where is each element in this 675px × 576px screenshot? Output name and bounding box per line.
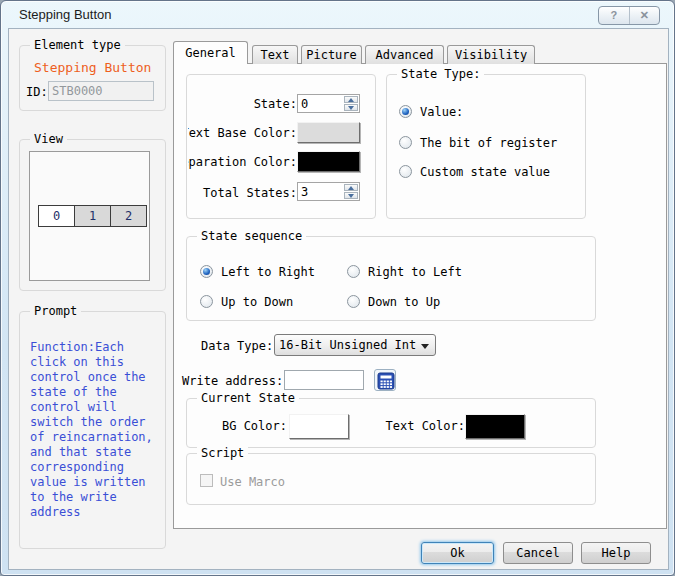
- radio-right-to-left[interactable]: [347, 265, 360, 278]
- script-group: Script Use Marco: [186, 453, 596, 505]
- tab-advanced[interactable]: Advanced: [365, 45, 444, 64]
- data-type-label: Data Type:: [201, 339, 273, 353]
- element-type-name: Stepping Button: [34, 60, 151, 75]
- prompt-text: Function:Each click on this control once…: [30, 340, 162, 520]
- text-base-color-swatch[interactable]: [297, 122, 360, 143]
- preview-cell-2: 2: [110, 205, 147, 227]
- tab-text[interactable]: Text: [252, 45, 298, 64]
- ok-button[interactable]: Ok: [421, 542, 494, 564]
- total-states-value: 3: [301, 185, 308, 199]
- tab-picture[interactable]: Picture: [301, 45, 362, 64]
- radio-bit-of-register[interactable]: [399, 136, 412, 149]
- state-type-group: State Type: Value: The bit of register C…: [386, 74, 586, 219]
- tab-visibility[interactable]: Visibility: [447, 45, 535, 64]
- write-address-input[interactable]: [284, 370, 364, 390]
- state-value: 0: [301, 97, 308, 111]
- radio-custom-state-value-label[interactable]: Custom state value: [420, 165, 550, 179]
- spin-down-icon[interactable]: [344, 192, 358, 199]
- keypad-button[interactable]: [374, 369, 396, 391]
- radio-value[interactable]: [399, 105, 412, 118]
- spin-down-icon[interactable]: [344, 104, 358, 111]
- radio-left-to-right-label[interactable]: Left to Right: [221, 265, 315, 279]
- state-stepper[interactable]: 0: [297, 94, 360, 113]
- spin-up-icon[interactable]: [344, 184, 358, 191]
- spin-up-icon[interactable]: [344, 96, 358, 103]
- preview-cell-0: 0: [38, 205, 75, 227]
- stepping-button-dialog: Stepping Button ? ✕ Element type Steppin…: [0, 0, 675, 576]
- state-sequence-group: State sequence Left to Right Right to Le…: [186, 236, 596, 321]
- help-button[interactable]: Help: [581, 542, 651, 564]
- radio-value-label[interactable]: Value:: [420, 105, 463, 119]
- data-type-dropdown[interactable]: 16-Bit Unsigned Int: [274, 334, 436, 356]
- keypad-icon: [376, 371, 396, 391]
- caption-buttons: ? ✕: [598, 6, 660, 25]
- radio-left-to-right[interactable]: [200, 265, 213, 278]
- radio-up-to-down[interactable]: [200, 295, 213, 308]
- radio-up-to-down-label[interactable]: Up to Down: [221, 295, 293, 309]
- separation-color-swatch[interactable]: [297, 151, 360, 172]
- use-marco-checkbox: [200, 474, 213, 487]
- stepping-button-preview: 0 1 2: [38, 205, 147, 227]
- element-type-group: Element type Stepping Button ID:: [19, 45, 166, 111]
- element-type-group-label: Element type: [30, 38, 125, 52]
- bg-color-label: BG Color:: [217, 419, 287, 433]
- radio-custom-state-value[interactable]: [399, 165, 412, 178]
- chevron-down-icon: [421, 344, 429, 349]
- state-type-group-label: State Type:: [397, 67, 484, 81]
- view-group-label: View: [30, 132, 67, 146]
- window-title: Stepping Button: [19, 7, 112, 22]
- id-label: ID:: [26, 85, 48, 99]
- radio-down-to-up[interactable]: [347, 295, 360, 308]
- text-color-label: Text Color:: [385, 419, 465, 433]
- state-settings-group: State: 0 Text Base Color: Separation Col…: [186, 74, 376, 219]
- id-field: [48, 81, 154, 101]
- total-states-stepper[interactable]: 3: [297, 182, 360, 201]
- help-icon[interactable]: ?: [599, 7, 629, 24]
- prompt-group: Prompt Function:Each click on this contr…: [19, 311, 166, 549]
- text-color-swatch[interactable]: [465, 414, 525, 439]
- cancel-button[interactable]: Cancel: [503, 542, 573, 564]
- total-states-label: Total States:: [188, 186, 297, 200]
- current-state-group: Current State BG Color: Text Color:: [186, 398, 596, 448]
- prompt-group-label: Prompt: [30, 304, 81, 318]
- tab-general[interactable]: General: [173, 41, 248, 64]
- use-marco-label: Use Marco: [220, 475, 285, 489]
- close-icon[interactable]: ✕: [629, 7, 660, 24]
- text-base-color-label: Text Base Color:: [188, 126, 297, 140]
- bg-color-swatch[interactable]: [289, 414, 349, 439]
- state-label: State:: [188, 97, 297, 111]
- radio-right-to-left-label[interactable]: Right to Left: [368, 265, 462, 279]
- element-preview: 0 1 2: [29, 151, 150, 281]
- data-type-value: 16-Bit Unsigned Int: [279, 338, 416, 352]
- script-group-label: Script: [197, 446, 248, 460]
- state-sequence-group-label: State sequence: [197, 229, 306, 243]
- preview-cell-1: 1: [74, 205, 111, 227]
- write-address-label: Write address:: [182, 374, 283, 388]
- current-state-group-label: Current State: [197, 391, 299, 405]
- radio-bit-of-register-label[interactable]: The bit of register: [420, 136, 557, 150]
- radio-down-to-up-label[interactable]: Down to Up: [368, 295, 440, 309]
- separation-color-label: Separation Color:: [188, 155, 297, 169]
